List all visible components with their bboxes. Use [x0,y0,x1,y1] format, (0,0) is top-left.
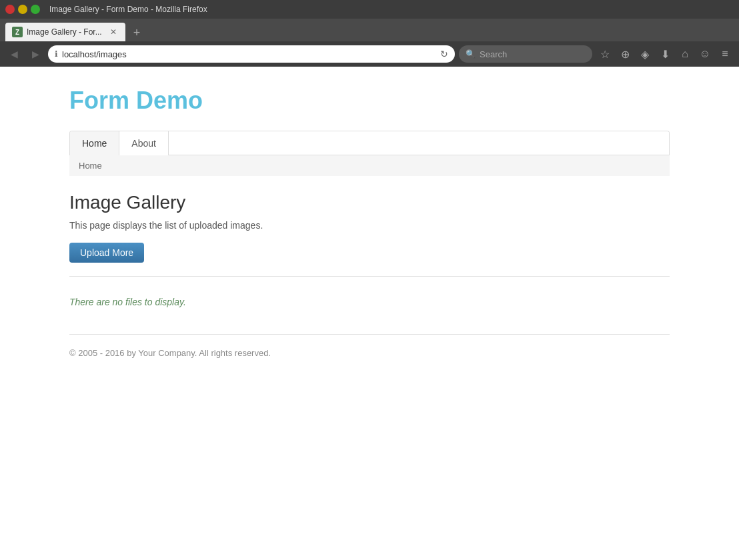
upload-more-button[interactable]: Upload More [69,243,144,263]
tab-bar: Z Image Gallery - For... ✕ + [0,19,739,41]
active-tab[interactable]: Z Image Gallery - For... ✕ [5,23,125,41]
new-tab-button[interactable]: + [128,24,145,41]
page-inner: Form Demo Home About Home Image Gallery … [43,67,696,385]
pocket-button[interactable]: ⊕ [616,45,634,63]
home-button[interactable]: ⌂ [676,45,694,63]
page-description: This page displays the list of uploaded … [69,220,670,231]
minimize-button[interactable] [18,5,27,14]
window-title: Image Gallery - Form Demo - Mozilla Fire… [49,5,207,14]
maximize-button[interactable] [31,5,40,14]
shield-button[interactable]: ◈ [636,45,654,63]
no-files-message: There are no files to display. [69,290,670,314]
nav-tab-home[interactable]: Home [70,131,119,155]
window-controls [5,5,40,14]
tab-spacer [169,131,669,155]
search-icon: 🔍 [466,49,476,59]
bookmark-button[interactable]: ☆ [596,45,614,63]
download-button[interactable]: ⬇ [656,45,674,63]
site-title: Form Demo [69,87,670,115]
footer-divider [69,334,670,335]
back-button[interactable]: ◀ [5,45,23,63]
title-bar: Image Gallery - Form Demo - Mozilla Fire… [0,0,739,19]
url-bar: ℹ ↻ [48,45,455,63]
content-divider [69,276,670,277]
browser-window: Image Gallery - Form Demo - Mozilla Fire… [0,0,739,560]
reload-button[interactable]: ↻ [440,49,448,59]
info-icon: ℹ [55,49,58,59]
search-bar[interactable]: 🔍 [459,45,592,63]
menu-button[interactable]: ≡ [716,45,734,63]
page-content: Form Demo Home About Home Image Gallery … [0,67,739,560]
forward-button[interactable]: ▶ [27,45,44,63]
footer-text: © 2005 - 2016 by Your Company. All right… [69,348,670,358]
nav-tab-about[interactable]: About [119,131,169,155]
address-bar: ◀ ▶ ℹ ↻ 🔍 ☆ ⊕ ◈ ⬇ ⌂ ☺ ≡ [0,41,739,67]
url-input[interactable] [62,49,436,59]
breadcrumb: Home [69,155,670,176]
smile-button[interactable]: ☺ [696,45,714,63]
tab-label: Image Gallery - For... [27,27,104,37]
nav-tabs: Home About [69,131,670,155]
toolbar-icons: ☆ ⊕ ◈ ⬇ ⌂ ☺ ≡ [596,45,734,63]
tab-close-button[interactable]: ✕ [108,27,119,37]
tab-favicon: Z [12,27,23,37]
page-heading: Image Gallery [69,192,670,213]
close-button[interactable] [5,5,15,14]
search-input[interactable] [480,49,573,59]
